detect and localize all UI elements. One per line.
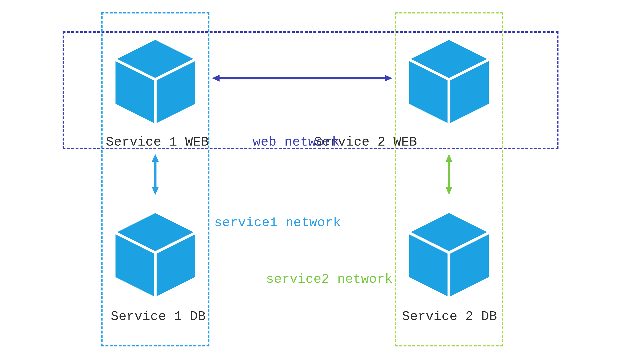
svg-marker-16 bbox=[152, 154, 159, 162]
service1-web-label: Service 1 WEB bbox=[106, 135, 209, 150]
svg-marker-20 bbox=[446, 187, 452, 195]
service1-db-cube bbox=[110, 207, 201, 303]
service2-network-label: service2 network bbox=[266, 272, 393, 286]
service2-db-label: Service 2 DB bbox=[402, 309, 497, 324]
svg-marker-19 bbox=[446, 154, 452, 162]
service2-vertical-arrow bbox=[444, 154, 454, 195]
service1-vertical-arrow bbox=[151, 154, 160, 195]
service2-web-cube bbox=[403, 34, 495, 130]
svg-marker-13 bbox=[212, 75, 220, 82]
web-network-arrow bbox=[212, 74, 392, 83]
service1-web-cube bbox=[110, 34, 201, 130]
diagram-canvas: Service 1 WEB Service 2 WEB Service 1 DB… bbox=[0, 0, 636, 364]
service2-db-cube bbox=[403, 207, 495, 303]
svg-marker-14 bbox=[385, 75, 392, 82]
svg-marker-17 bbox=[152, 187, 159, 195]
service1-db-label: Service 1 DB bbox=[111, 309, 206, 324]
service1-network-label: service1 network bbox=[214, 215, 341, 230]
web-network-label: web network bbox=[253, 135, 340, 150]
